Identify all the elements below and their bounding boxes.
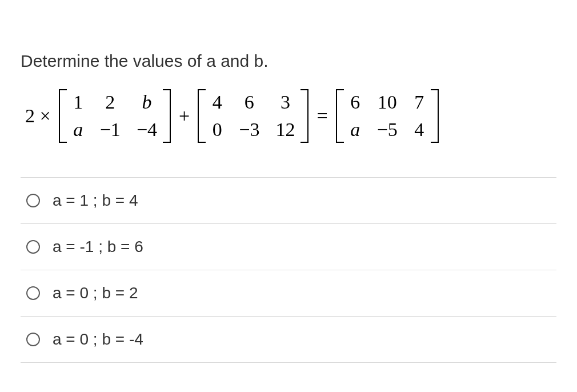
radio-icon [26, 240, 40, 254]
option-3[interactable]: a = 0 ; b = 2 [21, 270, 556, 317]
m3-cell: 7 [414, 91, 425, 113]
m1-cell: −1 [100, 119, 121, 141]
m3-cell: 4 [414, 119, 425, 141]
m3-cell: a [350, 119, 361, 141]
option-label: a = 0 ; b = -4 [53, 330, 143, 349]
m2-cell: 0 [211, 119, 223, 141]
option-4[interactable]: a = 0 ; b = -4 [21, 317, 556, 363]
m1-cell: 1 [73, 91, 84, 113]
m1-cell: −4 [137, 119, 157, 141]
m2-cell: 6 [239, 91, 259, 113]
option-1[interactable]: a = 1 ; b = 4 [21, 178, 556, 224]
options-list: a = 1 ; b = 4 a = -1 ; b = 6 a = 0 ; b =… [21, 177, 556, 363]
option-label: a = 0 ; b = 2 [53, 284, 138, 302]
m1-cell: a [73, 119, 84, 141]
equals-operator: = [314, 105, 330, 127]
bracket-right-icon [300, 89, 308, 143]
m3-cell: −5 [377, 119, 398, 141]
m1-cell: b [137, 91, 157, 113]
bracket-right-icon [431, 89, 439, 143]
m2-cell: 4 [211, 91, 223, 113]
m2-cell: 3 [275, 91, 295, 113]
m1-cell: 2 [100, 91, 121, 113]
m2-cell: 12 [275, 119, 295, 141]
option-label: a = -1 ; b = 6 [53, 238, 143, 256]
question-text: Determine the values of a and b. [21, 51, 556, 71]
option-label: a = 1 ; b = 4 [53, 191, 138, 210]
matrix-equation: 2 × 1 2 b a −1 −4 + 4 6 3 0 −3 12 [23, 89, 556, 143]
matrix-1: 1 2 b a −1 −4 [59, 89, 171, 143]
bracket-right-icon [163, 89, 171, 143]
m3-cell: 10 [377, 91, 398, 113]
radio-icon [26, 333, 40, 346]
radio-icon [26, 194, 40, 207]
m3-cell: 6 [350, 91, 361, 113]
bracket-left-icon [336, 89, 344, 143]
m2-cell: −3 [239, 119, 259, 141]
bracket-left-icon [59, 89, 67, 143]
option-2[interactable]: a = -1 ; b = 6 [21, 224, 556, 270]
scalar: 2 × [23, 105, 53, 127]
radio-icon [26, 286, 40, 300]
bracket-left-icon [198, 89, 206, 143]
matrix-3: 6 10 7 a −5 4 [336, 89, 439, 143]
plus-operator: + [177, 105, 192, 127]
matrix-2: 4 6 3 0 −3 12 [198, 89, 308, 143]
